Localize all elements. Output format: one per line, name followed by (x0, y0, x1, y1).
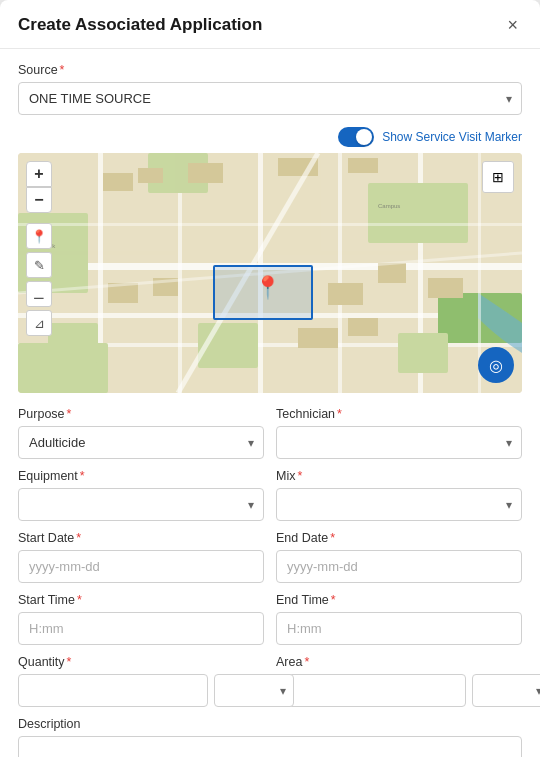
toggle-row: Show Service Visit Marker (18, 127, 522, 147)
draw-tool-button[interactable]: ✎ (26, 252, 52, 278)
scale-tool-button[interactable]: ⊿ (26, 310, 52, 336)
map-container[interactable]: Park Campus 📍 + − 📍 ✎ ⚊ ⊿ ⊞ (18, 153, 522, 393)
map-layers-button[interactable]: ⊞ (482, 161, 514, 193)
mix-col: Mix* ▾ (276, 469, 522, 521)
svg-rect-14 (48, 323, 98, 363)
end-time-label: End Time* (276, 593, 522, 607)
svg-text:Campus: Campus (378, 203, 400, 209)
area-label: Area* (276, 655, 522, 669)
svg-rect-25 (378, 263, 406, 283)
map-zoom-controls: + − (26, 161, 52, 213)
map-locate-button[interactable]: ◎ (478, 347, 514, 383)
quantity-label: Quantity* (18, 655, 264, 669)
area-col: Area* ▾ (276, 655, 522, 707)
equipment-select-wrapper: ▾ (18, 488, 264, 521)
end-time-col: End Time* (276, 593, 522, 645)
mix-select-wrapper: ▾ (276, 488, 522, 521)
svg-rect-24 (328, 283, 363, 305)
technician-col: Technician* ▾ (276, 407, 522, 459)
end-date-label: End Date* (276, 531, 522, 545)
start-time-input[interactable] (18, 612, 264, 645)
close-button[interactable]: × (503, 14, 522, 36)
description-label: Description (18, 717, 522, 731)
source-select-wrapper: ONE TIME SOURCE ▾ (18, 82, 522, 115)
svg-rect-18 (138, 168, 163, 183)
purpose-label: Purpose* (18, 407, 264, 421)
purpose-select-wrapper: Adulticide ▾ (18, 426, 264, 459)
svg-rect-16 (398, 333, 448, 373)
pin-tool-button[interactable]: 📍 (26, 223, 52, 249)
toggle-knob (356, 129, 372, 145)
zoom-out-button[interactable]: − (26, 187, 52, 213)
purpose-technician-row: Purpose* Adulticide ▾ Technician* (18, 407, 522, 469)
purpose-col: Purpose* Adulticide ▾ (18, 407, 264, 459)
description-textarea[interactable] (18, 736, 522, 757)
equipment-mix-row: Equipment* ▾ Mix* ▾ (18, 469, 522, 531)
toggle-label: Show Service Visit Marker (382, 130, 522, 144)
equipment-col: Equipment* ▾ (18, 469, 264, 521)
equipment-select[interactable] (18, 488, 264, 521)
start-date-input[interactable] (18, 550, 264, 583)
quantity-input-row: ▾ (18, 674, 264, 707)
map-tools: 📍 ✎ ⚊ ⊿ (26, 223, 52, 336)
start-time-label: Start Time* (18, 593, 264, 607)
quantity-area-row: Quantity* ▾ Area* (18, 655, 522, 717)
area-input-row: ▾ (276, 674, 522, 707)
svg-rect-29 (18, 223, 522, 226)
area-unit-wrapper: ▾ (472, 674, 540, 707)
svg-rect-10 (368, 183, 468, 243)
quantity-value-input[interactable] (18, 674, 208, 707)
description-col: Description (18, 717, 522, 757)
start-date-col: Start Date* (18, 531, 264, 583)
technician-select-wrapper: ▾ (276, 426, 522, 459)
area-unit-select[interactable] (472, 674, 540, 707)
locate-icon: ◎ (489, 356, 503, 375)
date-row: Start Date* End Date* (18, 531, 522, 593)
svg-rect-27 (298, 328, 338, 348)
source-label: Source* (18, 63, 522, 77)
modal-header: Create Associated Application × (0, 0, 540, 49)
quantity-unit-select[interactable] (214, 674, 294, 707)
show-marker-toggle[interactable] (338, 127, 374, 147)
svg-rect-26 (428, 278, 463, 298)
modal-body: Source* ONE TIME SOURCE ▾ Show Service V… (0, 49, 540, 757)
svg-rect-19 (188, 163, 223, 183)
svg-rect-28 (348, 318, 378, 336)
map-pin-icon: 📍 (254, 277, 281, 299)
quantity-unit-wrapper: ▾ (214, 674, 294, 707)
end-time-input[interactable] (276, 612, 522, 645)
end-date-col: End Date* (276, 531, 522, 583)
technician-label: Technician* (276, 407, 522, 421)
svg-rect-17 (103, 173, 133, 191)
zoom-in-button[interactable]: + (26, 161, 52, 187)
quantity-col: Quantity* ▾ (18, 655, 264, 707)
purpose-select[interactable]: Adulticide (18, 426, 264, 459)
source-select[interactable]: ONE TIME SOURCE (18, 82, 522, 115)
modal-title: Create Associated Application (18, 15, 262, 35)
layers-icon: ⊞ (492, 169, 504, 185)
area-value-input[interactable] (276, 674, 466, 707)
start-date-label: Start Date* (18, 531, 264, 545)
start-time-col: Start Time* (18, 593, 264, 645)
end-date-input[interactable] (276, 550, 522, 583)
mix-label: Mix* (276, 469, 522, 483)
svg-rect-7 (338, 153, 342, 393)
measure-tool-button[interactable]: ⚊ (26, 281, 52, 307)
equipment-label: Equipment* (18, 469, 264, 483)
time-row: Start Time* End Time* (18, 593, 522, 655)
svg-rect-21 (348, 158, 378, 173)
mix-select[interactable] (276, 488, 522, 521)
create-application-modal: Create Associated Application × Source* … (0, 0, 540, 757)
technician-select[interactable] (276, 426, 522, 459)
